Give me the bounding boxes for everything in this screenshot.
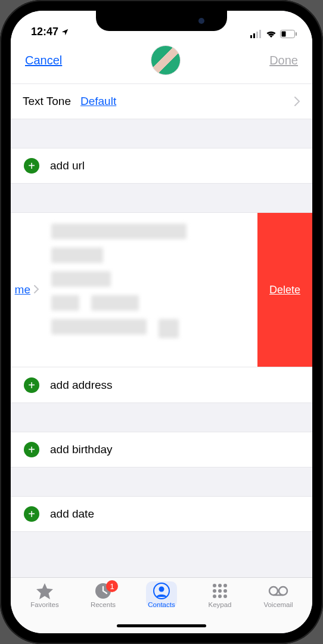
svg-point-18 — [223, 595, 227, 598]
svg-point-12 — [223, 584, 227, 587]
svg-rect-6 — [296, 32, 297, 36]
text-tone-label: Text Tone — [23, 95, 71, 108]
done-button[interactable]: Done — [269, 54, 298, 67]
recents-badge: 1 — [106, 580, 118, 592]
chevron-right-icon — [34, 285, 39, 293]
svg-rect-2 — [256, 32, 258, 38]
edit-contact-header: Cancel Done — [11, 39, 312, 83]
address-type-selector[interactable]: me — [11, 213, 39, 367]
svg-point-10 — [213, 584, 216, 587]
text-tone-value: Default — [80, 95, 285, 108]
svg-point-19 — [269, 587, 278, 595]
add-url-label: add url — [50, 159, 85, 172]
cellular-icon — [250, 30, 262, 38]
plus-icon: + — [24, 158, 39, 174]
edit-contact-form: Text Tone Default + add url me — [11, 83, 312, 577]
add-birthday-label: add birthday — [50, 443, 113, 456]
tab-label: Contacts — [148, 601, 175, 608]
voicemail-icon — [268, 583, 288, 599]
contact-avatar[interactable] — [151, 45, 181, 75]
svg-rect-1 — [253, 33, 255, 38]
svg-point-17 — [218, 595, 222, 598]
address-row-swiped[interactable]: me Delete — [11, 212, 312, 367]
address-fields-redacted — [39, 213, 257, 367]
svg-point-13 — [213, 589, 216, 593]
keypad-icon — [212, 583, 228, 599]
plus-icon: + — [24, 506, 39, 522]
tab-label: Favorites — [30, 601, 58, 608]
tab-voicemail[interactable]: Voicemail — [249, 583, 308, 633]
chevron-right-icon — [294, 97, 300, 106]
star-icon — [36, 583, 54, 599]
add-date-label: add date — [50, 507, 94, 521]
location-icon — [61, 28, 69, 36]
svg-point-14 — [218, 589, 222, 593]
tab-label: Recents — [91, 601, 116, 608]
svg-rect-0 — [250, 35, 252, 38]
svg-rect-5 — [282, 32, 286, 37]
text-tone-row[interactable]: Text Tone Default — [11, 83, 312, 119]
device-notch — [96, 11, 227, 31]
delete-label: Delete — [269, 284, 300, 296]
battery-icon — [280, 30, 297, 38]
add-date-row[interactable]: + add date — [11, 496, 312, 532]
wifi-icon — [266, 30, 277, 38]
plus-icon: + — [24, 377, 39, 393]
cancel-button[interactable]: Cancel — [25, 54, 62, 67]
plus-icon: + — [24, 442, 39, 457]
svg-point-15 — [223, 589, 227, 593]
delete-button[interactable]: Delete — [257, 213, 312, 367]
add-url-row[interactable]: + add url — [11, 148, 312, 184]
home-indicator[interactable] — [117, 624, 206, 627]
add-address-label: add address — [50, 379, 113, 392]
svg-point-11 — [218, 584, 222, 587]
address-type-fragment: me — [15, 283, 30, 296]
add-address-row[interactable]: + add address — [11, 367, 312, 403]
svg-rect-3 — [259, 30, 261, 38]
tab-label: Voicemail — [263, 601, 293, 608]
svg-point-20 — [279, 587, 287, 595]
svg-point-16 — [213, 595, 216, 598]
contact-icon — [153, 583, 170, 599]
add-birthday-row[interactable]: + add birthday — [11, 432, 312, 467]
svg-point-9 — [159, 587, 164, 592]
status-time: 12:47 — [31, 26, 58, 38]
tab-favorites[interactable]: Favorites — [15, 583, 74, 633]
tab-label: Keypad — [208, 601, 231, 608]
